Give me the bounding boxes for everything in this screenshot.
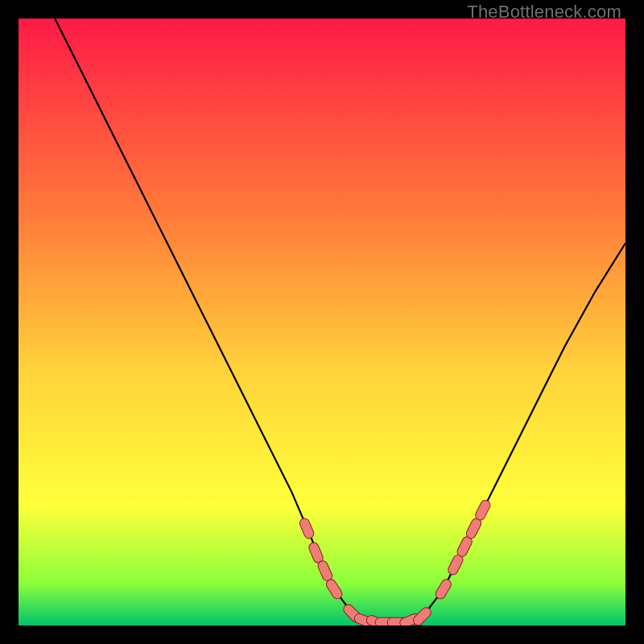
bottleneck-chart bbox=[19, 19, 625, 625]
chart-frame bbox=[19, 19, 625, 625]
gradient-background bbox=[19, 19, 625, 625]
